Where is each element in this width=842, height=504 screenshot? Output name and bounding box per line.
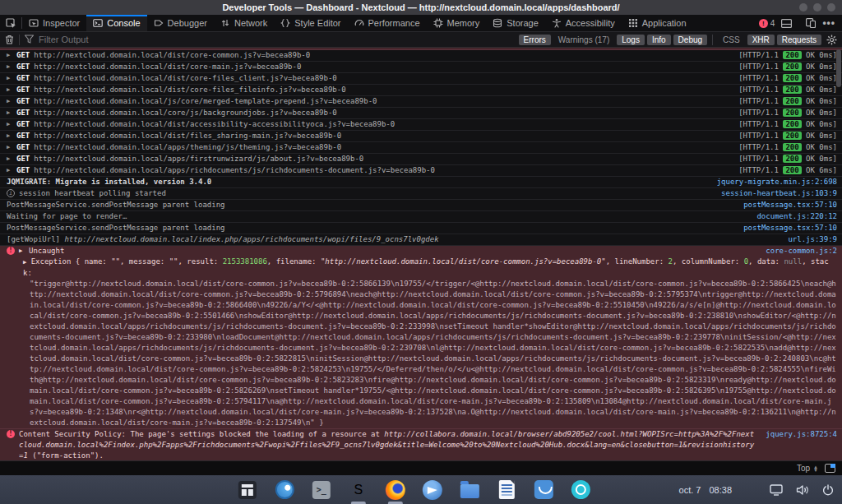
display-icon[interactable] (770, 484, 783, 496)
tab-style-editor[interactable]: Style Editor (274, 15, 347, 31)
pick-element-icon[interactable] (0, 15, 21, 31)
performance-icon (354, 18, 364, 28)
help-icon (571, 480, 590, 499)
console-row-net[interactable]: ▶GEThttp://nextcloud.domain.local/dist/a… (0, 119, 842, 131)
console-row-net[interactable]: ▶GEThttp://nextcloud.domain.local/dist/c… (0, 85, 842, 96)
http-status: [HTTP/1.1 200 OK 0ms] (730, 119, 837, 130)
tab-performance[interactable]: Performance (348, 15, 427, 31)
http-status: [HTTP/1.1 200 OK 0ms] (730, 108, 837, 118)
tab-network[interactable]: Network (214, 15, 274, 31)
taskbar-item-terminal[interactable]: >_ (310, 478, 333, 502)
devtools-toolbar: InspectorConsoleDebuggerNetworkStyle Edi… (0, 15, 842, 32)
network-icon (220, 18, 230, 28)
taskbar-item-settings-orb[interactable] (273, 478, 296, 502)
console-row-log: isession heartbeat polling startedsessio… (0, 188, 842, 200)
row-content: isession heartbeat polling started (7, 188, 713, 199)
tab-console[interactable]: Console (86, 15, 146, 31)
filter-toggle-debug[interactable]: Debug (673, 35, 707, 45)
exception-preview[interactable]: ▶ Exception { name: "", message: "", res… (7, 257, 837, 279)
tab-application[interactable]: Application (622, 15, 693, 31)
source-link[interactable]: core-common.js:2 (757, 246, 837, 257)
taskbar-tray: oct. 7 08:38 (679, 484, 834, 496)
error-count-indicator[interactable]: ! 4 (759, 19, 775, 28)
status-code-badge: 200 (783, 120, 801, 128)
row-content: !Content Security Policy: The page's set… (7, 429, 757, 460)
disclosure-triangle-icon: ▶ (7, 142, 12, 153)
status-code-badge: 200 (783, 97, 801, 105)
source-link[interactable]: session-heartbeat.js:103:9 (713, 188, 837, 199)
taskbar-item-writer[interactable] (495, 478, 518, 502)
disclosure-triangle-icon: ▶ (7, 73, 12, 84)
taskbar-item-thunderbird[interactable] (421, 478, 444, 502)
firefox-icon (386, 480, 405, 500)
taskbar: >_S oct. 7 08:38 (0, 475, 842, 504)
clear-console-icon[interactable] (5, 35, 14, 44)
frame-selector[interactable]: Top ▲▼ (797, 464, 818, 473)
taskbar-item-sublime-text[interactable]: S (347, 478, 370, 502)
console-scrollbar[interactable] (836, 49, 841, 87)
power-icon[interactable] (822, 484, 834, 496)
filter-toggle-warnings-17-[interactable]: Warnings (17) (553, 35, 614, 45)
source-link[interactable]: postMessage.tsx:57:10 (735, 223, 837, 234)
filter-toggle-css[interactable]: CSS (718, 35, 745, 45)
devtools-menu-icon[interactable]: ••• (822, 17, 835, 29)
console-row-net[interactable]: ▶GEThttp://nextcloud.domain.local/dist/c… (0, 73, 842, 85)
request-url: http://nextcloud.domain.local/apps/first… (34, 154, 363, 164)
window-control-button[interactable] (813, 3, 821, 12)
request-method: GET (16, 50, 30, 61)
divider (19, 35, 20, 45)
source-link[interactable]: jquery.js:8725:4 (757, 429, 837, 440)
tab-accessibility[interactable]: Accessibility (545, 15, 622, 31)
request-url: http://nextcloud.domain.local/js/core/me… (34, 96, 377, 107)
filter-toggle-logs[interactable]: Logs (617, 35, 645, 45)
volume-icon[interactable] (796, 484, 809, 496)
responsive-design-icon[interactable] (806, 18, 816, 28)
http-status: [HTTP/1.1 200 OK 0ms] (730, 85, 837, 95)
filter-toggle-errors[interactable]: Errors (519, 35, 551, 45)
row-content: ▶GEThttp://nextcloud.domain.local/apps/t… (7, 142, 730, 153)
status-code-badge: 200 (783, 132, 801, 140)
software-store-icon (534, 480, 553, 499)
status-code-badge: 200 (783, 143, 801, 151)
filter-toggle-info[interactable]: Info (647, 35, 671, 45)
console-row-net[interactable]: ▶GEThttp://nextcloud.domain.local/dist/c… (0, 62, 842, 73)
row-content: PostMessageService.sendPostMessage paren… (7, 223, 735, 234)
iframe-picker-icon[interactable] (825, 464, 835, 473)
console-row-net[interactable]: ▶GEThttp://nextcloud.domain.local/core/j… (0, 108, 842, 119)
filter-toggle-xhr[interactable]: XHR (747, 35, 775, 45)
file-manager-icon (460, 484, 479, 498)
console-row-net[interactable]: ▶GEThttp://nextcloud.domain.local/apps/f… (0, 154, 842, 165)
window-control-button[interactable] (799, 3, 807, 12)
tab-storage[interactable]: Storage (486, 15, 545, 31)
console-row-net[interactable]: ▶GEThttp://nextcloud.domain.local/dist/c… (0, 50, 842, 62)
source-link[interactable]: document.js:220:12 (748, 211, 837, 222)
disclosure-triangle-icon: ▶ (7, 50, 12, 61)
taskbar-clock[interactable]: oct. 7 08:38 (679, 485, 732, 495)
console-row-net[interactable]: ▶GEThttp://nextcloud.domain.local/apps/t… (0, 142, 842, 154)
source-link[interactable]: jquery-migrate.min.js:2:698 (709, 177, 837, 187)
console-row-net[interactable]: ▶GEThttp://nextcloud.domain.local/dist/f… (0, 131, 842, 142)
taskbar-item-firefox[interactable] (384, 478, 407, 502)
console-row-net[interactable]: ▶GEThttp://nextcloud.domain.local/apps/r… (0, 165, 842, 177)
source-link[interactable]: postMessage.tsx:57:10 (735, 200, 837, 210)
disclosure-triangle-icon: ▶ (7, 96, 12, 107)
taskbar-item-show-apps[interactable] (236, 478, 259, 502)
tab-debugger[interactable]: Debugger (147, 15, 214, 31)
console-row-exception[interactable]: !▶Uncaughtcore-common.js:2▶ Exception { … (0, 246, 842, 429)
request-method: GET (16, 73, 30, 84)
filter-toggle-requests[interactable]: Requests (777, 35, 821, 45)
window-control-button[interactable] (827, 3, 835, 12)
message-text: Exception { name: (31, 257, 112, 266)
console-row-net[interactable]: ▶GEThttp://nextcloud.domain.local/js/cor… (0, 96, 842, 108)
split-console-icon[interactable] (781, 19, 792, 28)
taskbar-item-help[interactable] (569, 478, 592, 502)
taskbar-item-software-store[interactable] (532, 478, 555, 502)
filter-output-input[interactable] (39, 35, 514, 44)
message-text: Content Security Policy: The page's sett… (19, 430, 384, 438)
source-link[interactable]: url.js:39:9 (780, 234, 837, 245)
devtools-framebar: Top ▲▼ (0, 460, 842, 475)
tab-inspector[interactable]: Inspector (22, 15, 86, 31)
console-settings-gear-icon[interactable] (826, 35, 837, 45)
taskbar-item-file-manager[interactable] (458, 478, 481, 502)
tab-memory[interactable]: Memory (427, 15, 487, 31)
